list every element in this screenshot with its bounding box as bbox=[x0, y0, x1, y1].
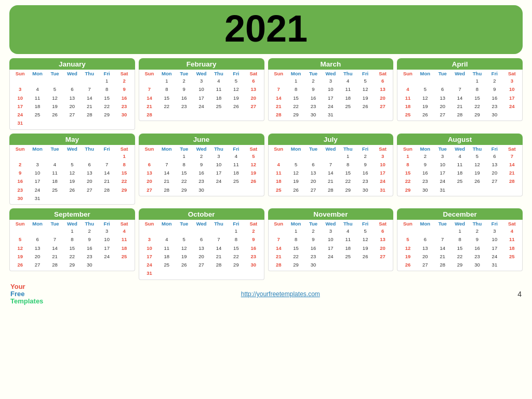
day-header-fri: Fri bbox=[356, 146, 374, 152]
days-grid: 1234567891011121314151617181920212223242… bbox=[399, 77, 521, 119]
day-cell: 30 bbox=[304, 261, 322, 269]
day-cell: 17 bbox=[193, 94, 210, 102]
day-header-wed: Wed bbox=[322, 146, 339, 152]
day-cell: 14 bbox=[270, 94, 287, 102]
day-cell: 30 bbox=[486, 111, 503, 119]
year-header: 2021 bbox=[9, 5, 523, 54]
day-cell bbox=[98, 152, 115, 161]
day-cell: 13 bbox=[245, 85, 262, 94]
day-cell bbox=[434, 227, 451, 235]
day-header-fri: Fri bbox=[486, 221, 503, 227]
day-cell: 10 bbox=[322, 85, 339, 94]
day-cell: 5 bbox=[399, 235, 416, 244]
day-cell bbox=[356, 261, 374, 269]
day-cell: 25 bbox=[228, 177, 245, 185]
day-cell: 1 bbox=[339, 152, 356, 161]
day-cell: 18 bbox=[399, 102, 416, 111]
month-body-february: SunMonTueWedThuFriSat1234567891011121314… bbox=[139, 70, 264, 121]
day-cell: 20 bbox=[141, 177, 158, 185]
day-cell: 6 bbox=[81, 161, 98, 169]
day-cell bbox=[287, 152, 304, 161]
day-cell: 5 bbox=[245, 152, 262, 161]
day-cell: 8 bbox=[228, 235, 245, 244]
day-cell: 6 bbox=[141, 161, 158, 169]
day-cell: 8 bbox=[339, 161, 356, 169]
day-cell bbox=[322, 261, 339, 269]
day-cell: 22 bbox=[451, 252, 468, 261]
day-cell: 23 bbox=[304, 252, 322, 261]
day-cell: 8 bbox=[158, 85, 175, 94]
day-cell: 14 bbox=[503, 161, 521, 169]
day-cell: 25 bbox=[451, 177, 468, 185]
day-cell: 26 bbox=[417, 111, 434, 119]
day-cell bbox=[399, 227, 416, 235]
day-cell bbox=[81, 77, 98, 85]
day-cell: 8 bbox=[63, 235, 81, 244]
day-cell bbox=[228, 111, 245, 119]
day-cell: 4 bbox=[210, 77, 227, 85]
day-cell: 18 bbox=[503, 244, 521, 252]
day-cell: 9 bbox=[356, 161, 374, 169]
day-cell: 12 bbox=[356, 235, 374, 244]
day-cell bbox=[29, 77, 46, 85]
day-cell: 5 bbox=[46, 85, 63, 94]
day-cell: 26 bbox=[63, 186, 81, 194]
day-cell: 29 bbox=[176, 186, 193, 194]
day-cell: 30 bbox=[356, 186, 374, 194]
day-cell bbox=[11, 77, 29, 85]
days-grid: 1234567891011121314151617181920212223242… bbox=[270, 77, 392, 119]
day-cell: 20 bbox=[374, 94, 391, 102]
day-cell: 2 bbox=[486, 77, 503, 85]
day-cell: 24 bbox=[434, 177, 451, 185]
day-cell bbox=[141, 77, 158, 85]
day-cell: 1 bbox=[176, 152, 193, 161]
day-cell: 24 bbox=[374, 177, 391, 185]
day-cell: 12 bbox=[469, 161, 486, 169]
day-cell bbox=[503, 261, 521, 269]
day-cell: 27 bbox=[374, 102, 391, 111]
day-cell: 1 bbox=[451, 227, 468, 235]
day-cell: 20 bbox=[63, 102, 81, 111]
day-cell: 23 bbox=[193, 177, 210, 185]
day-cell: 30 bbox=[81, 261, 98, 269]
day-header-tue: Tue bbox=[434, 71, 451, 76]
month-body-april: SunMonTueWedThuFriSat1234567891011121314… bbox=[397, 70, 523, 121]
footer-url[interactable]: http://yourfreetemplates.com bbox=[241, 290, 320, 298]
month-body-september: SunMonTueWedThuFriSat1234567891011121314… bbox=[9, 220, 135, 271]
day-cell: 26 bbox=[245, 177, 262, 185]
day-header-mon: Mon bbox=[158, 221, 175, 227]
day-header-fri: Fri bbox=[356, 221, 374, 227]
day-cell bbox=[63, 194, 81, 203]
day-cell: 3 bbox=[193, 77, 210, 85]
day-cell: 23 bbox=[417, 177, 434, 185]
day-cell: 11 bbox=[210, 85, 227, 94]
day-cell: 28 bbox=[46, 261, 63, 269]
day-cell: 4 bbox=[503, 227, 521, 235]
day-cell: 29 bbox=[63, 261, 81, 269]
day-cell: 25 bbox=[270, 186, 287, 194]
days-grid: 1234567891011121314151617181920212223242… bbox=[270, 152, 392, 194]
day-cell bbox=[270, 152, 287, 161]
day-cell: 15 bbox=[98, 94, 115, 102]
day-cell: 18 bbox=[339, 244, 356, 252]
month-header-january: January bbox=[9, 58, 135, 70]
day-header-sun: Sun bbox=[270, 221, 287, 227]
month-body-november: SunMonTueWedThuFriSat1234567891011121314… bbox=[268, 220, 394, 271]
day-cell bbox=[115, 261, 132, 269]
day-cell: 27 bbox=[304, 186, 322, 194]
day-header-wed: Wed bbox=[63, 221, 81, 227]
day-cell: 9 bbox=[245, 235, 262, 244]
day-cell: 27 bbox=[486, 177, 503, 185]
day-cell bbox=[46, 119, 63, 127]
day-cell: 23 bbox=[304, 102, 322, 111]
day-cell: 3 bbox=[434, 152, 451, 161]
day-cell: 26 bbox=[469, 177, 486, 185]
day-cell: 8 bbox=[399, 161, 416, 169]
month-body-august: SunMonTueWedThuFriSat1234567891011121314… bbox=[397, 145, 523, 196]
day-cell: 21 bbox=[210, 252, 227, 261]
day-cell: 2 bbox=[304, 227, 322, 235]
day-cell bbox=[210, 227, 227, 235]
day-cell: 19 bbox=[46, 102, 63, 111]
day-header-thu: Thu bbox=[81, 146, 98, 152]
month-block-november: NovemberSunMonTueWedThuFriSat12345678910… bbox=[268, 208, 394, 280]
